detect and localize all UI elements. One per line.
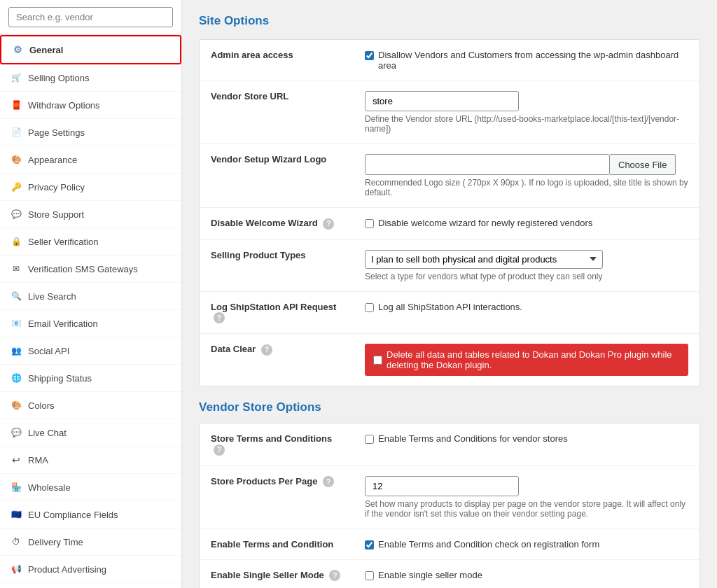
admin-area-access-checkbox[interactable] [365,51,374,60]
sidebar-item-label-product-advertising: Product Advertising [28,564,106,575]
vendor-store-url-input[interactable] [365,91,519,111]
log-shipstation-label: Log ShipStation API Request ? [200,291,354,334]
products-per-page-help-icon[interactable]: ? [323,476,334,487]
sidebar-item-label-social-api: Social API [28,346,69,356]
sidebar-item-email-verification[interactable]: Email Verification [0,310,181,337]
icon-delivery-icon [10,536,22,548]
disable-welcome-wizard-checkbox-label: Disable welcome wizard for newly registe… [378,218,592,228]
sidebar-item-general[interactable]: General [0,35,181,64]
vendor-store-url-value: Define the Vendor store URL (http://used… [354,81,699,144]
vendor-store-url-description: Define the Vendor store URL (http://used… [365,114,688,134]
sidebar-item-product-advertising[interactable]: Product Advertising [0,556,181,583]
sidebar-item-shipping-status[interactable]: Shipping Status [0,365,181,392]
products-per-page-label: Store Products Per Page ? [200,465,354,528]
icon-withdraw-icon [10,99,22,111]
store-terms-value: Enable Terms and Conditions for vendor s… [354,424,699,465]
admin-area-access-checkbox-label: Disallow Vendors and Customers from acce… [378,50,688,71]
vendor-store-options-title: Vendor Store Options [199,400,700,414]
admin-area-access-label: Admin area access [200,40,354,81]
sidebar-item-appearance[interactable]: Appearance [0,146,181,174]
icon-rma-icon [10,454,22,466]
single-seller-help-icon[interactable]: ? [329,570,340,581]
icon-colors-icon [10,399,22,412]
disable-welcome-wizard-label: Disable Welcome Wizard ? [200,208,354,240]
sidebar-item-delivery-time[interactable]: Delivery Time [0,528,181,556]
sidebar-item-label-colors: Colors [28,400,55,411]
selling-product-types-value: I plan to sell both physical and digital… [354,239,699,291]
sidebar-item-withdraw-options[interactable]: Withdraw Options [0,92,181,119]
sidebar-item-label-withdraw-options: Withdraw Options [28,100,100,111]
icon-appearance-icon [10,153,22,166]
selling-product-types-description: Select a type for vendors what type of p… [365,272,688,281]
sidebar-item-label-live-search: Live Search [28,291,76,302]
disable-welcome-wizard-help-icon[interactable]: ? [323,218,334,230]
sidebar-item-label-live-chat: Live Chat [28,428,67,438]
sidebar-item-selling-options[interactable]: Selling Options [0,64,181,92]
products-per-page-row: Store Products Per Page ? Set how many p… [200,465,699,528]
sidebar-item-live-search[interactable]: Live Search [0,283,181,310]
sidebar-search-input[interactable] [8,7,173,27]
sidebar-item-eu-compliance[interactable]: EU Compliance Fields [0,501,181,528]
enable-terms-condition-value: Enable Terms and Condition check on regi… [354,528,699,559]
sidebar-item-label-store-support: Store Support [28,209,84,220]
sidebar-item-social-api[interactable]: Social API [0,337,181,365]
selling-product-types-select[interactable]: I plan to sell both physical and digital… [365,250,603,269]
single-seller-checkbox[interactable] [365,571,374,580]
sidebar-item-colors[interactable]: Colors [0,392,181,419]
store-terms-label: Store Terms and Conditions ? [200,424,354,465]
sidebar-item-label-selling-options: Selling Options [28,73,89,83]
log-shipstation-checkbox[interactable] [365,303,374,312]
data-clear-value: Delete all data and tables related to Do… [354,334,699,386]
sidebar-item-store-support[interactable]: Store Support [0,201,181,228]
icon-verify-icon [10,235,22,248]
icon-chat-icon [10,426,22,439]
sidebar-item-label-email-verification: Email Verification [28,318,98,329]
vendor-logo-input[interactable] [365,154,610,175]
main-content: Site Options Admin area access Disallow … [182,0,717,588]
vendor-store-url-row: Vendor Store URL Define the Vendor store… [200,81,699,144]
products-per-page-description: Set how many products to display per pag… [365,499,688,519]
icon-gear-icon [11,43,24,56]
data-clear-checkbox[interactable] [373,356,382,365]
icon-page-icon [10,126,22,139]
sidebar-item-label-delivery-time: Delivery Time [28,537,83,547]
log-shipstation-help-icon[interactable]: ? [214,312,225,323]
sidebar-item-verification-sms[interactable]: Verification SMS Gateways [0,255,181,283]
icon-advertising-icon [10,563,22,575]
data-clear-help-icon[interactable]: ? [261,344,272,356]
sidebar-item-seller-verification[interactable]: Seller Verification [0,228,181,255]
sidebar-item-wholesale[interactable]: Wholesale [0,474,181,501]
enable-terms-condition-checkbox[interactable] [365,540,374,550]
log-shipstation-value: Log all ShipStation API interactions. [354,291,699,334]
sidebar-item-privacy-policy[interactable]: Privacy Policy [0,174,181,201]
sidebar-item-page-settings[interactable]: Page Settings [0,119,181,146]
site-options-box: Admin area access Disallow Vendors and C… [199,39,700,386]
vendor-logo-label: Vendor Setup Wizard Logo [200,144,354,208]
vendor-store-options-box: Store Terms and Conditions ? Enable Term… [199,423,700,588]
store-terms-row: Store Terms and Conditions ? Enable Term… [200,424,699,465]
disable-welcome-wizard-checkbox[interactable] [365,219,374,228]
products-per-page-value: Set how many products to display per pag… [354,465,699,528]
sidebar-item-label-general: General [29,45,63,55]
log-shipstation-checkbox-label: Log all ShipStation API interactions. [378,302,522,312]
store-terms-help-icon[interactable]: ? [214,444,225,456]
icon-shipping-icon [10,372,22,384]
vendor-logo-description: Recommended Logo size ( 270px X 90px ). … [365,178,688,197]
icon-support-icon [10,208,22,220]
icon-sms-icon [10,262,22,275]
sidebar-item-label-eu-compliance: EU Compliance Fields [28,510,118,520]
sidebar-item-label-verification-sms: Verification SMS Gateways [28,264,138,274]
data-clear-row: Data Clear ? Delete all data and tables … [200,334,699,386]
sidebar-item-label-page-settings: Page Settings [28,127,85,138]
single-seller-mode-value: Enable single seller mode [354,559,699,588]
choose-file-button[interactable]: Choose File [610,154,676,175]
sidebar-item-label-privacy-policy: Privacy Policy [28,182,85,192]
icon-cart-icon [10,71,22,84]
vendor-logo-value: Choose File Recommended Logo size ( 270p… [354,144,699,208]
store-terms-checkbox[interactable] [365,435,374,444]
sidebar-item-rma[interactable]: RMA [0,447,181,474]
sidebar-item-vendor-subscription[interactable]: Vendor Subscription [0,583,181,588]
products-per-page-input[interactable] [365,476,519,496]
store-terms-checkbox-label: Enable Terms and Conditions for vendor s… [378,433,568,444]
sidebar-item-live-chat[interactable]: Live Chat [0,419,181,447]
